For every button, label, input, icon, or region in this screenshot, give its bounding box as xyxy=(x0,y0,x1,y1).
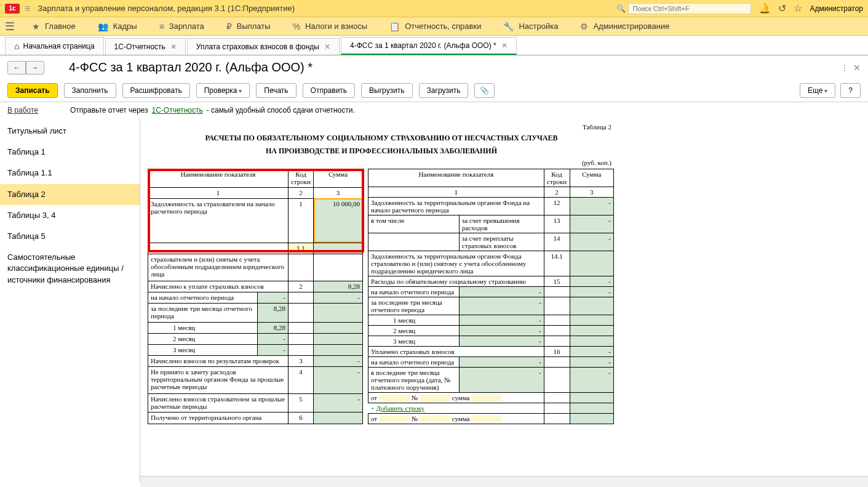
menu-item[interactable]: 📋Отчетность, справки xyxy=(378,17,492,35)
nav-forward-button[interactable]: → xyxy=(26,61,44,74)
sum-cell[interactable]: - xyxy=(570,233,613,251)
menu-item[interactable]: ★Главное xyxy=(21,17,87,35)
close-icon[interactable]: ✕ xyxy=(853,63,861,73)
payment-row[interactable]: от № сумма xyxy=(368,392,614,403)
attach-button[interactable]: 📎 xyxy=(474,83,495,98)
print-button[interactable]: Печать xyxy=(256,83,296,98)
page-header: ← → 4-ФСС за 1 квартал 2020 г. (Альфа ОО… xyxy=(0,55,868,79)
decode-button[interactable]: Расшифровать xyxy=(122,83,190,98)
save-button[interactable]: Записать xyxy=(7,83,58,98)
sidebar-item[interactable]: Таблица 2 xyxy=(0,184,140,205)
sum-cell[interactable]: 8,28 xyxy=(314,281,363,292)
sum-cell[interactable] xyxy=(570,325,613,336)
tab[interactable]: 4-ФСС за 1 квартал 2020 г. (Альфа ООО) *… xyxy=(341,37,517,55)
sum-cell[interactable]: - xyxy=(314,292,363,303)
sum-cell[interactable]: - xyxy=(570,356,613,367)
sum-cell[interactable] xyxy=(314,333,363,344)
search-input[interactable] xyxy=(628,3,751,14)
menu-item[interactable]: ₽Выплаты xyxy=(215,17,282,35)
table-row: 1 месяц8,28 xyxy=(148,322,363,333)
send-button[interactable]: Отправить xyxy=(303,83,356,98)
sum-cell[interactable] xyxy=(570,251,613,276)
sum-cell[interactable] xyxy=(314,254,363,281)
sum-cell[interactable]: - xyxy=(570,367,613,392)
status-line: В работе Отправьте отчет через 1С-Отчетн… xyxy=(0,102,868,118)
date-input[interactable] xyxy=(379,416,410,422)
star-icon[interactable]: ☆ xyxy=(794,2,802,14)
sum-cell[interactable] xyxy=(570,336,613,346)
sum-cell[interactable]: 10 000,00 xyxy=(314,198,363,243)
sum-cell[interactable]: - xyxy=(570,197,613,215)
tab[interactable]: ⌂Начальная страница xyxy=(5,37,104,55)
burger-icon[interactable]: ☰ xyxy=(5,20,15,33)
add-row-link[interactable]: Добавить строку xyxy=(376,404,424,412)
help-button[interactable]: ? xyxy=(840,83,861,98)
menu-icon: 🔧 xyxy=(503,22,514,31)
sum-cell[interactable]: - xyxy=(570,276,613,286)
page-title: 4-ФСС за 1 квартал 2020 г. (Альфа ООО) * xyxy=(69,60,313,74)
sidebar-item[interactable]: Таблица 1 xyxy=(0,142,140,163)
sum-cell[interactable]: - xyxy=(570,215,613,233)
status-hint-link[interactable]: 1С-Отчетность xyxy=(152,106,203,115)
sum-cell[interactable]: - xyxy=(314,366,363,393)
fill-button[interactable]: Заполнить xyxy=(64,83,116,98)
sum-input[interactable] xyxy=(471,416,502,422)
status-hint-pre: Отправьте отчет через xyxy=(70,106,148,115)
sum-cell[interactable]: - xyxy=(314,355,363,366)
menu-icon: ★ xyxy=(32,22,40,31)
bell-icon[interactable]: 🔔 xyxy=(759,2,771,14)
hamburger-icon[interactable]: ≡ xyxy=(25,3,30,14)
menu-item[interactable]: ⚙Администрирование xyxy=(569,17,680,35)
menu-item[interactable]: 🔧Настройка xyxy=(492,17,569,35)
user-label[interactable]: Администратор xyxy=(810,4,863,13)
check-button[interactable]: Проверка xyxy=(196,83,250,98)
main-menu: ☰ ★Главное👥Кадры≡Зарплата₽Выплаты%Налоги… xyxy=(0,17,868,36)
sidebar-item[interactable]: Таблицы 3, 4 xyxy=(0,205,140,226)
menu-item[interactable]: 👥Кадры xyxy=(87,17,148,35)
tab[interactable]: Уплата страховых взносов в фонды✕ xyxy=(187,38,340,55)
sum-cell[interactable] xyxy=(314,243,363,254)
more-button[interactable]: Еще xyxy=(800,83,835,98)
col-name: Наименование показателя xyxy=(148,169,289,187)
num-input[interactable] xyxy=(420,395,450,401)
sum-input[interactable] xyxy=(471,395,502,401)
table-row: Задолженность за территориальным органом… xyxy=(368,251,614,276)
sidebar-item[interactable]: Самостоятельные классификационные единиц… xyxy=(0,247,140,291)
sum-cell[interactable]: - xyxy=(314,393,363,413)
menu-icon: ≡ xyxy=(159,22,164,31)
history-icon[interactable]: ↺ xyxy=(778,2,786,14)
tab-close-icon[interactable]: ✕ xyxy=(170,42,177,51)
sum-cell[interactable] xyxy=(570,297,613,315)
sum-cell[interactable] xyxy=(314,344,363,355)
tab-close-icon[interactable]: ✕ xyxy=(324,42,330,51)
kebab-icon[interactable]: ⋮ xyxy=(841,63,848,72)
sum-cell[interactable]: - xyxy=(570,286,613,297)
toolbar: Записать Заполнить Расшифровать Проверка… xyxy=(0,79,868,102)
tab[interactable]: 1С-Отчетность✕ xyxy=(105,38,186,55)
sum-cell[interactable] xyxy=(570,315,613,325)
units-label: (руб. коп.) xyxy=(148,159,615,166)
sum-cell[interactable] xyxy=(314,322,363,333)
tab-close-icon[interactable]: ✕ xyxy=(501,41,508,50)
left-table: Наименование показателя Код строки Сумма… xyxy=(148,169,363,424)
sidebar-item[interactable]: Титульный лист xyxy=(0,121,140,142)
col-sum-r: Сумма xyxy=(570,169,613,187)
sum-cell[interactable] xyxy=(314,303,363,322)
table-row: на начало отчетного периода-- xyxy=(148,292,363,303)
payment-row-2[interactable]: от № сумма xyxy=(368,413,614,424)
menu-item[interactable]: ≡Зарплата xyxy=(148,17,215,35)
h-scrollbar[interactable] xyxy=(140,476,868,482)
sidebar-item[interactable]: Таблица 5 xyxy=(0,226,140,247)
num-input[interactable] xyxy=(420,416,450,422)
sidebar-item[interactable]: Таблица 1.1 xyxy=(0,163,140,183)
sum-cell[interactable] xyxy=(314,413,363,424)
table-row: в последние три месяца отчетного периода… xyxy=(368,367,614,392)
export-button[interactable]: Выгрузить xyxy=(361,83,413,98)
nav-back-button[interactable]: ← xyxy=(7,61,26,74)
status-link[interactable]: В работе xyxy=(7,106,38,115)
table-row: страхователем и (или) снятым с учета обо… xyxy=(148,254,363,281)
date-input[interactable] xyxy=(379,395,410,401)
menu-item[interactable]: %Налоги и взносы xyxy=(282,17,379,35)
import-button[interactable]: Загрузить xyxy=(419,83,469,98)
sum-cell[interactable]: - xyxy=(570,346,613,356)
